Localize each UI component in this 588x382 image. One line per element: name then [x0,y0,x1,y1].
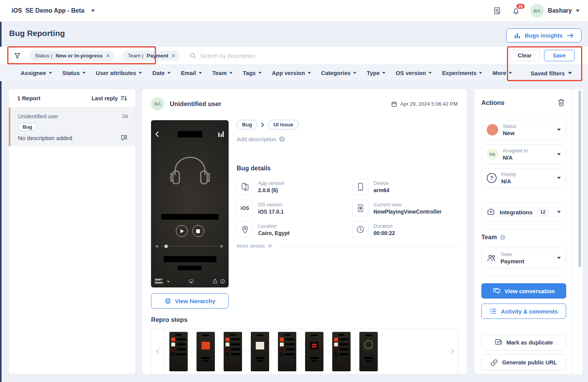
report-description: No description added [18,135,72,141]
team-dropdown[interactable]: TeamPayment [481,248,566,268]
bug-details-title: Bug details [237,165,458,172]
redacted-title-bar [178,131,202,137]
close-icon[interactable] [106,54,110,57]
generate-url-button[interactable]: Generate public URL [481,354,566,371]
airplay-icon [189,279,193,283]
activity-comments-button[interactable]: Activity & comments [481,304,566,319]
assignee-avatar: NA [487,149,498,160]
filter-app-version[interactable]: App version [272,70,311,76]
play-button-icon [176,225,188,237]
reporter-avatar: NA [151,97,164,111]
repro-step-thumbnail[interactable] [332,332,351,371]
filter-tags[interactable]: Tags [243,70,262,76]
repro-step-thumbnail[interactable] [251,332,269,371]
calendar-icon [391,101,397,107]
trash-icon[interactable] [558,99,565,106]
ios-icon: iOS [237,200,253,216]
search-input[interactable] [200,52,361,59]
redacted-bar [178,266,201,270]
save-button[interactable]: Save [544,50,575,61]
filter-date[interactable]: Date [152,70,171,76]
double-chevron-down-icon [268,244,272,248]
reports-list-panel: 1 Report Last reply Unidentified user 2d… [8,89,136,374]
add-description-action[interactable]: Add description [237,136,458,142]
repro-step-thumbnail[interactable] [197,332,215,371]
filter-email[interactable]: Email [181,70,202,76]
chevron-down-icon [167,72,171,74]
chevron-down-icon [557,153,561,155]
report-count: 1 Report [17,95,41,101]
mark-duplicate-button[interactable]: Mark as duplicate [481,335,566,351]
filter-categories[interactable]: Categories [321,70,357,76]
app-version-icon [237,178,253,195]
filter-more[interactable]: More [492,70,512,76]
view-conversation-button[interactable]: View conversation [481,283,566,299]
filter-experiments[interactable]: Experiments [442,70,482,76]
category-chip-bug[interactable]: Bug [237,120,257,129]
info-icon [500,235,505,240]
more-details-toggle[interactable]: More details [237,243,458,249]
report-list-item[interactable]: Unidentified user 2d Bug No description … [9,108,135,146]
equalizer-icon [218,131,224,137]
status-dropdown[interactable]: StatusNew [481,120,566,140]
filter-chip-status[interactable]: Status | New or In-progress [29,51,114,61]
report-detail-panel: NA Unidentified user Apr 29, 2024 5:06:4… [141,89,467,374]
filter-status[interactable]: Status [62,70,86,76]
chevron-down-icon [568,72,572,74]
view-hierarchy-button[interactable]: View hierarchy [151,293,229,309]
repro-step-thumbnail[interactable] [359,332,378,371]
integration-plus-icon [487,208,495,216]
detail-duration: Duration00:00:22 [352,220,458,238]
close-icon[interactable] [172,54,175,57]
filter-user-attributes[interactable]: User attributes [96,70,142,76]
carousel-prev-button[interactable] [151,329,164,374]
current-view-icon [352,200,369,216]
redacted-bar [161,214,219,220]
comment-reply-icon[interactable] [120,134,128,141]
divider [279,246,458,246]
user-menu[interactable]: BA Bashary [530,4,580,18]
chevron-down-icon [382,72,385,74]
repro-step-thumbnail[interactable] [278,332,296,371]
integrations-count-badge: 12 [537,209,549,215]
notifications-button[interactable]: 29 [511,6,521,16]
release-notes-button[interactable] [492,6,502,16]
platform-label: iOS [11,7,22,14]
chip-label: Status | [35,53,52,59]
device-icon [352,178,369,195]
category-chip-ui-issue[interactable]: UI Issue [268,120,299,129]
clear-button[interactable]: Clear [510,50,540,61]
app-switcher[interactable]: iOS SE Demo App - Beta [11,7,95,14]
volume-slider [156,245,224,248]
sort-descending-icon [120,95,127,101]
priority-dropdown[interactable]: PriorityN/A [481,168,566,188]
scrollbar-thumb[interactable] [578,90,581,267]
saved-filters-dropdown[interactable]: Saved filters [531,65,572,82]
carousel-next-button[interactable] [447,329,458,374]
chevron-down-icon [199,72,202,74]
repro-step-thumbnail[interactable] [224,332,242,371]
chat-bubbles-icon [493,287,500,294]
report-user: Unidentified user [18,113,58,119]
filter-team[interactable]: Team [212,70,232,76]
chevron-down-icon [557,177,561,179]
chevron-down-icon [353,72,356,74]
assignee-dropdown[interactable]: NA Assigned toN/A [481,144,566,164]
location-pin-icon [237,221,253,238]
sort-control[interactable]: Last reply [92,95,127,101]
repro-step-thumbnail[interactable] [169,332,188,371]
chevron-down-icon [557,211,561,213]
chevron-down-icon [49,72,52,74]
bugs-insights-button[interactable]: Bugs insights [506,28,582,42]
link-icon [491,359,498,366]
chevron-right-icon [261,122,264,127]
filter-assignee[interactable]: Assignee [21,70,52,76]
filter-type[interactable]: Type [367,70,385,76]
bug-screenshot[interactable]: SWIFT RADIO [151,120,229,287]
filter-os-version[interactable]: OS version [396,70,432,76]
integrations-dropdown[interactable]: Integrations 12 [481,202,566,222]
filter-chip-team[interactable]: Team | Payment [123,51,180,61]
topbar: iOS SE Demo App - Beta 29 BA Bashary [0,0,588,22]
repro-step-thumbnail[interactable] [305,332,323,371]
chevron-down-icon [139,72,142,74]
